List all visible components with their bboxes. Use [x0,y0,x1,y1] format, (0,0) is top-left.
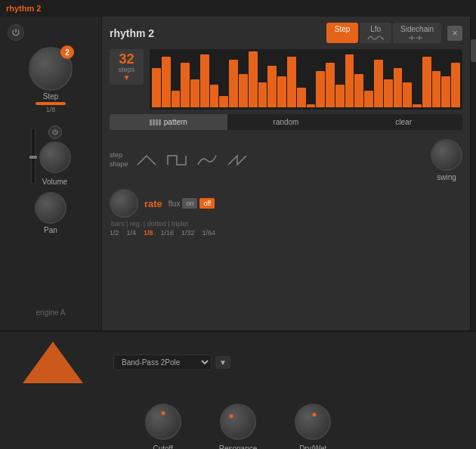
top-bar: rhythm 2 [0,0,476,17]
swing-label: swing [437,173,456,181]
steps-counter: 32 steps ▼ [110,49,144,85]
bar-26[interactable] [403,82,412,107]
shape-sine-button[interactable] [195,153,219,168]
rate-value-1-4[interactable]: 1/4 [127,229,137,237]
pan-label: Pan [44,226,57,234]
filter-select[interactable]: Band-Pass 2Pole [113,355,212,370]
bar-1[interactable] [162,57,171,107]
steps-label: steps [119,66,135,73]
bar-16[interactable] [307,104,316,107]
bar-17[interactable] [316,71,325,107]
pattern-icon [150,119,161,125]
shape-sawtooth-button[interactable] [225,153,249,168]
scroll-thumb[interactable] [471,39,476,62]
bar-13[interactable] [277,76,286,107]
step-knob[interactable]: 2 [29,47,73,91]
bar-29[interactable] [432,71,441,107]
bar-8[interactable] [229,60,238,107]
bar-12[interactable] [267,66,277,108]
bar-20[interactable] [345,54,354,107]
clear-label: clear [395,118,412,126]
app-title: rhythm 2 [6,4,41,13]
drywet-group: Dry/Wet [295,404,331,449]
cutoff-group: Cutoff [145,404,181,449]
bar-30[interactable] [441,76,450,107]
rhythm-title: rhythm 2 [110,27,320,39]
rate-value-1-64[interactable]: 1/64 [202,229,216,237]
clear-button[interactable]: clear [345,114,462,130]
flux-off-button[interactable]: off [199,198,215,209]
rate-value-1-16[interactable]: 1/16 [161,229,175,237]
bar-27[interactable] [413,104,422,107]
shape-triangle-button[interactable] [134,153,159,168]
sequencer-area: 32 steps ▼ [102,49,470,110]
rate-values: 1/21/41/81/161/321/64 [110,229,462,237]
bar-14[interactable] [287,57,296,107]
pattern-controls: pattern random clear [110,114,462,130]
pan-knob[interactable] [35,192,66,224]
rate-knob[interactable] [110,189,138,218]
svg-marker-6 [23,342,83,383]
drywet-label: Dry/Wet [299,444,326,449]
random-button[interactable]: random [227,114,345,130]
filter-arrow-button[interactable]: ▼ [215,356,230,369]
vertical-slider[interactable] [31,128,36,184]
close-button[interactable]: × [447,26,462,41]
rate-value-1-32[interactable]: 1/32 [181,229,195,237]
tab-step[interactable]: Step [326,23,358,43]
pattern-button[interactable]: pattern [110,114,227,130]
bar-28[interactable] [422,57,431,107]
bar-18[interactable] [326,63,335,107]
tab-lfo[interactable]: Lfo [360,23,391,43]
step-sub: 1/8 [46,106,56,113]
power-button[interactable] [8,24,24,41]
filter-select-row: Band-Pass 2Pole ▼ [106,351,238,374]
engine-label: engine A [30,302,72,323]
bar-10[interactable] [249,51,258,107]
scroll-bar-right[interactable] [470,17,476,330]
tab-sidechain[interactable]: Sidechain [393,23,441,43]
bar-6[interactable] [210,85,219,107]
tab-sidechain-label: Sidechain [400,25,434,33]
bar-31[interactable] [451,63,460,107]
bar-11[interactable] [258,82,267,107]
rate-section: rate flux on off bars | reg. | dotted | … [102,186,470,240]
volume-power-button[interactable] [48,125,62,139]
volume-label: Volume [42,178,67,186]
bar-0[interactable] [152,68,161,107]
bar-5[interactable] [200,54,209,107]
bar-15[interactable] [297,88,306,107]
bar-3[interactable] [181,63,190,107]
resonance-knob[interactable] [220,404,256,440]
rate-value-1-8[interactable]: 1/8 [144,229,153,237]
flux-on-button[interactable]: on [182,198,197,209]
bar-4[interactable] [190,79,199,107]
bar-23[interactable] [374,60,383,107]
bars-grid[interactable] [150,49,462,110]
rate-value-1-2[interactable]: 1/2 [110,229,119,237]
bar-21[interactable] [354,74,363,107]
drywet-knob[interactable] [295,404,331,440]
cutoff-knob[interactable] [145,404,181,440]
step-bar [36,102,66,105]
bar-7[interactable] [219,96,228,107]
volume-knob[interactable] [39,141,71,173]
bar-24[interactable] [384,79,393,107]
close-icon: × [452,28,457,39]
bar-9[interactable] [239,74,248,107]
tab-group: Step Lfo Sidechain [326,23,441,43]
bar-25[interactable] [394,68,403,107]
bar-22[interactable] [364,91,373,107]
left-sidebar: 2 Step 1/8 Volume Pan [0,17,102,330]
step-tab-bar [334,35,351,38]
rate-label: rate [144,198,162,209]
bar-2[interactable] [172,91,181,107]
flux-group: flux on off [168,198,215,209]
steps-arrows[interactable]: ▼ [123,73,131,82]
step-shape-row: step shape [102,135,470,186]
shape-square-button[interactable] [165,153,189,168]
bar-19[interactable] [335,85,345,107]
slider-thumb[interactable] [29,156,37,159]
rhythm-panel: rhythm 2 Step Lfo Sidechain [102,17,470,330]
swing-knob[interactable] [431,139,462,171]
